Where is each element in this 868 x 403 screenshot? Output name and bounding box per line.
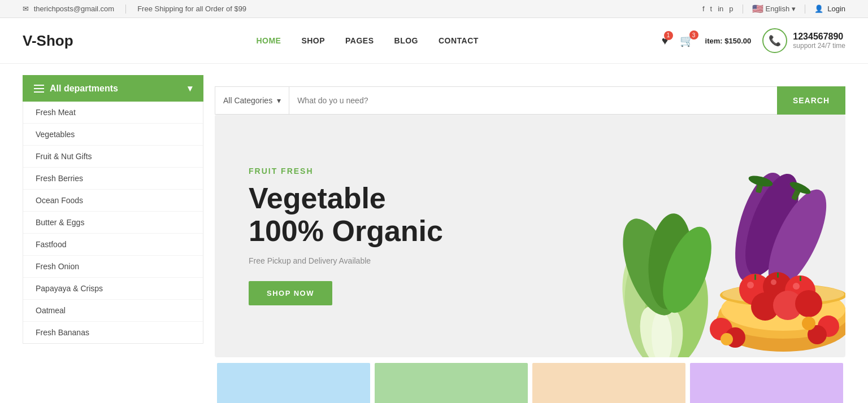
topbar-right: f t in p 🇺🇸 English ▾ Login	[702, 3, 845, 14]
category-fastfood[interactable]: Fastfood	[23, 234, 203, 256]
cart-button[interactable]: 🛒 3	[680, 34, 694, 47]
search-bar: All Categories ▾ SEARCH	[215, 86, 845, 115]
hero-image	[484, 115, 845, 357]
logo[interactable]: V-Shop	[23, 32, 73, 50]
svg-rect-32	[800, 276, 801, 281]
sidebar: All departments ▾ Fresh Meat Vegetables …	[23, 64, 203, 403]
category-fruit-nut[interactable]: Fruit & Nut Gifts	[23, 146, 203, 168]
facebook-icon[interactable]: f	[702, 5, 705, 13]
phone-text: 1234567890 support 24/7 time	[793, 32, 845, 50]
svg-point-29	[793, 283, 800, 290]
strip-item-2	[375, 363, 528, 403]
nav-contact[interactable]: CONTACT	[439, 36, 479, 45]
svg-rect-30	[754, 274, 756, 280]
language-label: English	[766, 5, 790, 13]
category-ocean-foods[interactable]: Ocean Foods	[23, 190, 203, 212]
phone-block: 📞 1234567890 support 24/7 time	[762, 28, 845, 53]
content-area: All Categories ▾ SEARCH FRUIT FRESH Vege…	[203, 64, 845, 403]
search-input-wrap	[289, 86, 777, 115]
chevron-down-icon: ▾	[792, 5, 796, 13]
topbar: therichposts@gmail.com Free Shipping for…	[0, 0, 868, 18]
category-butter-eggs[interactable]: Butter & Eggs	[23, 212, 203, 234]
all-departments-button[interactable]: All departments ▾	[23, 75, 203, 102]
search-button[interactable]: SEARCH	[777, 86, 845, 115]
shop-now-button[interactable]: SHOP NOW	[249, 281, 332, 305]
main-nav: HOME SHOP PAGES BLOG CONTACT	[256, 36, 479, 45]
strip-item-4	[690, 363, 843, 403]
category-select[interactable]: All Categories ▾	[215, 86, 289, 115]
social-icons: f t in p	[702, 5, 734, 13]
linkedin-icon[interactable]: in	[718, 5, 723, 13]
cart-price: $150.00	[724, 37, 751, 45]
login-label: Login	[827, 5, 845, 13]
cart-info: item: $150.00	[705, 37, 752, 45]
email-info: therichposts@gmail.com	[23, 5, 114, 13]
category-oatmeal[interactable]: Oatmeal	[23, 300, 203, 322]
phone-number: 1234567890	[793, 32, 845, 42]
divider3	[805, 5, 805, 14]
svg-rect-31	[777, 273, 779, 278]
header: V-Shop HOME SHOP PAGES BLOG CONTACT ♥ 1 …	[0, 18, 868, 64]
hamburger-icon	[34, 85, 44, 93]
twitter-icon[interactable]: t	[710, 5, 713, 13]
phone-icon: 📞	[769, 34, 781, 47]
svg-point-26	[795, 290, 822, 317]
nav-blog[interactable]: BLOG	[394, 36, 418, 45]
category-default-label: All Categories	[223, 96, 272, 105]
category-fresh-onion[interactable]: Fresh Onion	[23, 256, 203, 278]
header-right: ♥ 1 🛒 3 item: $150.00 📞 1234567890 suppo…	[662, 28, 845, 53]
pinterest-icon[interactable]: p	[729, 5, 733, 13]
divider2	[743, 5, 743, 14]
hero-banner: FRUIT FRESH Vegetable 100% Organic Free …	[215, 115, 845, 357]
nav-home[interactable]: HOME	[256, 36, 281, 45]
cart-badge: 3	[689, 30, 698, 40]
category-papayaya[interactable]: Papayaya & Crisps	[23, 278, 203, 300]
flag-icon: 🇺🇸	[752, 3, 763, 14]
phone-circle: 📞	[762, 28, 787, 53]
svg-point-28	[771, 279, 776, 285]
category-fresh-meat[interactable]: Fresh Meat	[23, 102, 203, 124]
chevron-icon: ▾	[188, 83, 192, 94]
svg-point-27	[747, 282, 754, 288]
svg-point-38	[721, 333, 733, 345]
nav-pages[interactable]: PAGES	[345, 36, 374, 45]
nav-shop[interactable]: SHOP	[301, 36, 325, 45]
email-text: therichposts@gmail.com	[34, 5, 115, 13]
divider	[125, 5, 126, 14]
category-vegetables[interactable]: Vegetables	[23, 124, 203, 146]
select-chevron-icon: ▾	[277, 96, 281, 105]
shipping-text: Free Shipping for all Order of $99	[137, 5, 246, 13]
wishlist-button[interactable]: ♥ 1	[662, 34, 669, 47]
login-link[interactable]: Login	[814, 5, 845, 13]
hero-subtitle: FRUIT FRESH	[249, 167, 443, 176]
cart-label: item:	[705, 37, 723, 45]
dept-header-left: All departments	[34, 84, 118, 94]
strip-item-1	[217, 363, 370, 403]
main-row: All departments ▾ Fresh Meat Vegetables …	[0, 64, 868, 403]
hero-title-line2: 100% Organic	[249, 214, 443, 247]
email-icon	[23, 5, 32, 13]
search-input[interactable]	[289, 87, 777, 114]
svg-point-37	[802, 317, 815, 330]
bottom-strip	[215, 363, 845, 403]
dept-label: All departments	[50, 84, 118, 94]
phone-support: support 24/7 time	[793, 42, 845, 50]
veggie-illustration	[484, 115, 845, 357]
hero-title: Vegetable 100% Organic	[249, 182, 443, 247]
hero-text: FRUIT FRESH Vegetable 100% Organic Free …	[249, 167, 443, 305]
language-selector[interactable]: 🇺🇸 English ▾	[752, 3, 796, 14]
hero-title-line1: Vegetable	[249, 182, 386, 214]
strip-item-3	[532, 363, 685, 403]
topbar-left: therichposts@gmail.com Free Shipping for…	[23, 5, 246, 14]
hero-desc: Free Pickup and Delivery Available	[249, 256, 443, 265]
category-fresh-bananas[interactable]: Fresh Bananas	[23, 322, 203, 343]
wishlist-badge: 1	[664, 31, 673, 40]
category-list: Fresh Meat Vegetables Fruit & Nut Gifts …	[23, 102, 203, 344]
category-fresh-berries[interactable]: Fresh Berries	[23, 168, 203, 190]
user-icon	[814, 5, 825, 13]
